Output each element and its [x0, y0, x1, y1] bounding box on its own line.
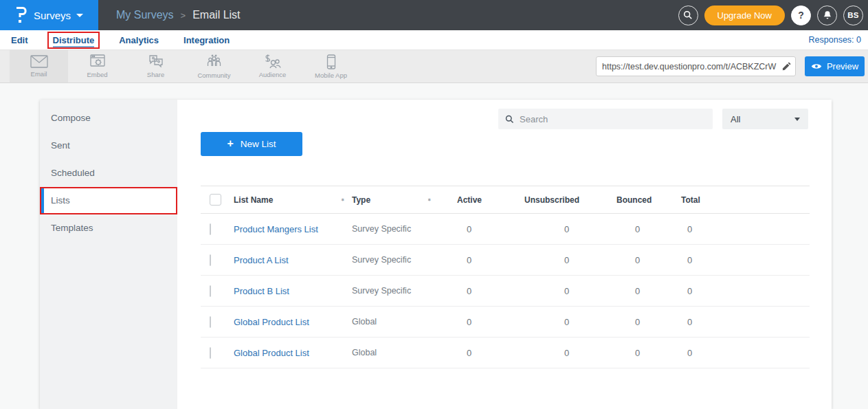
row-checkbox[interactable] [210, 285, 211, 297]
search-input[interactable] [520, 114, 706, 124]
column-header-unsubscribed: Unsubscribed [524, 195, 616, 205]
unsubscribed-count: 0 [524, 224, 616, 234]
total-count: 0 [681, 348, 736, 358]
sort-icon[interactable]: ▲▼ [427, 199, 432, 200]
new-list-button[interactable]: + New List [201, 132, 302, 156]
distribute-toolbar: Email Embed Share [0, 50, 868, 83]
list-name-link[interactable]: Product B List [234, 286, 352, 296]
survey-url-input[interactable] [602, 62, 779, 71]
active-count: 0 [457, 317, 524, 327]
toolbar-right-group: Preview [596, 50, 865, 82]
table-row: Global Product List Global 0 0 0 0 [201, 338, 810, 368]
help-button[interactable]: ? [791, 5, 811, 25]
toolbar-item-label: Mobile App [315, 71, 347, 79]
email-icon [30, 55, 48, 68]
list-type-filter-dropdown[interactable]: All [722, 109, 808, 129]
table-row: Global Product List Global 0 0 0 0 [201, 307, 810, 338]
audience-icon [264, 54, 282, 69]
questionpro-logo-icon [15, 6, 28, 24]
notifications-button[interactable] [817, 5, 837, 25]
total-count: 0 [681, 224, 736, 234]
toolbar-item-label: Share [147, 71, 164, 78]
plus-icon: + [227, 137, 233, 150]
user-avatar[interactable]: BS [843, 5, 863, 25]
toolbar-item-embed[interactable]: Embed [68, 50, 126, 82]
sidebar-item-label: Scheduled [51, 168, 95, 178]
list-type: Survey Specific [352, 255, 457, 265]
sidebar-item-label: Compose [51, 113, 91, 123]
preview-label: Preview [827, 61, 858, 71]
total-count: 0 [681, 317, 736, 327]
top-navigation-bar: Surveys My Surveys > Email List Upgrade … [0, 0, 868, 30]
list-name-link[interactable]: Product Mangers List [234, 224, 352, 234]
active-count: 0 [457, 286, 524, 296]
preview-button[interactable]: Preview [805, 56, 865, 76]
table-header-row: List Name ▲▼ Type ▲▼ Active Unsubscribed… [201, 186, 810, 214]
row-checkbox[interactable] [210, 316, 211, 328]
table-row: Product B List Survey Specific 0 0 0 0 [201, 276, 810, 307]
community-icon [205, 54, 223, 69]
breadcrumb-current: Email List [192, 9, 240, 21]
bounced-count: 0 [616, 348, 681, 358]
page-body: Compose Sent Scheduled Lists Templates [0, 100, 868, 409]
bounced-count: 0 [616, 255, 681, 265]
tab-edit[interactable]: Edit [11, 35, 28, 45]
search-icon [505, 115, 514, 124]
toolbar-item-email[interactable]: Email [10, 50, 68, 82]
tab-analytics[interactable]: Analytics [119, 35, 159, 45]
row-checkbox[interactable] [210, 347, 211, 359]
sort-icon[interactable]: ▲▼ [341, 199, 345, 200]
column-header-bounced: Bounced [616, 195, 681, 205]
row-checkbox[interactable] [210, 223, 211, 235]
column-header-list-name: List Name [234, 195, 273, 205]
filter-selected-value: All [731, 114, 740, 124]
annotation-box-distribute: Distribute [47, 32, 100, 49]
total-count: 0 [681, 286, 736, 296]
list-type: Global [352, 348, 457, 357]
toolbar-item-mobile-app[interactable]: Mobile App [302, 50, 360, 82]
bounced-count: 0 [616, 286, 681, 296]
column-header-type: Type [352, 195, 370, 205]
toolbar-item-share[interactable]: Share [126, 50, 185, 82]
responses-count[interactable]: Responses: 0 [809, 35, 861, 45]
mobile-app-icon [326, 54, 336, 69]
list-name-link[interactable]: Global Product List [234, 348, 352, 358]
sidebar-item-scheduled[interactable]: Scheduled [40, 159, 177, 187]
toolbar-item-label: Community [197, 71, 230, 79]
search-button[interactable] [678, 5, 698, 25]
tab-distribute[interactable]: Distribute [53, 35, 95, 47]
product-label: Surveys [34, 10, 71, 21]
sidebar-item-templates[interactable]: Templates [40, 214, 177, 242]
unsubscribed-count: 0 [524, 286, 616, 296]
sidebar-item-compose[interactable]: Compose [40, 104, 177, 132]
sidebar-item-sent[interactable]: Sent [40, 132, 177, 159]
row-checkbox[interactable] [210, 254, 211, 266]
topbar-actions: Upgrade Now ? BS [678, 5, 864, 25]
list-name-link[interactable]: Product A List [234, 255, 352, 265]
breadcrumb: My Surveys > Email List [116, 9, 241, 21]
toolbar-item-community[interactable]: Community [185, 50, 243, 82]
breadcrumb-parent-link[interactable]: My Surveys [116, 9, 174, 21]
breadcrumb-separator: > [181, 10, 186, 21]
survey-url-group [596, 56, 796, 76]
toolbar-item-label: Email [31, 70, 47, 78]
sidebar-item-lists[interactable]: Lists [40, 187, 177, 214]
product-switcher[interactable]: Surveys [0, 0, 98, 30]
chevron-down-icon [76, 14, 83, 17]
email-sidebar: Compose Sent Scheduled Lists Templates [40, 100, 177, 409]
toolbar-item-audience[interactable]: Audience [243, 50, 302, 82]
lists-table: List Name ▲▼ Type ▲▼ Active Unsubscribed… [201, 186, 810, 368]
edit-pencil-icon[interactable] [781, 62, 791, 71]
sidebar-item-label: Lists [51, 195, 70, 206]
tab-integration[interactable]: Integration [183, 35, 230, 45]
list-type: Survey Specific [352, 224, 457, 234]
toolbar-item-label: Audience [259, 71, 287, 78]
active-count: 0 [457, 348, 524, 358]
list-filters-row: All [177, 109, 808, 129]
list-name-link[interactable]: Global Product List [234, 317, 352, 327]
upgrade-now-button[interactable]: Upgrade Now [704, 5, 786, 25]
list-search-box [498, 109, 713, 129]
share-icon [148, 54, 164, 69]
bounced-count: 0 [616, 317, 681, 327]
select-all-checkbox[interactable] [210, 194, 221, 206]
